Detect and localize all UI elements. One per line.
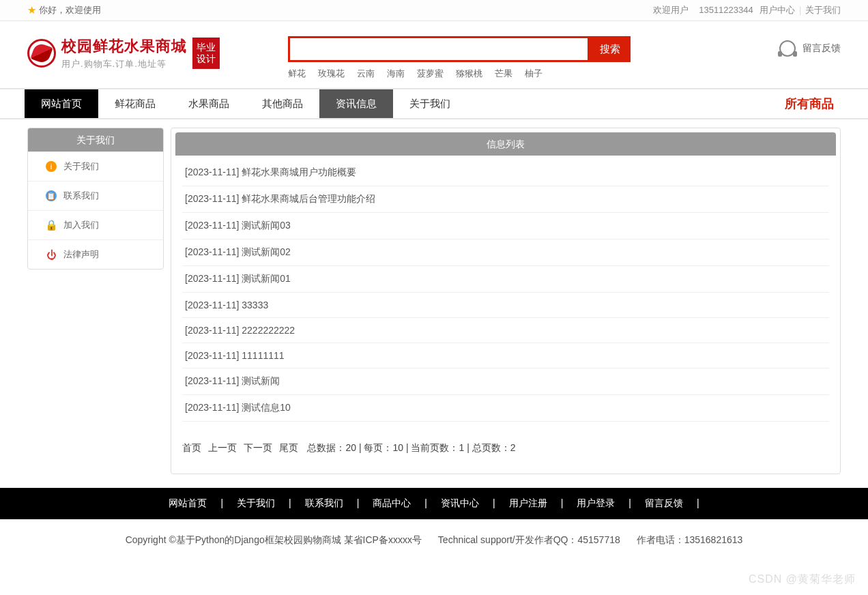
- feedback-block[interactable]: 留言反馈: [779, 36, 841, 57]
- sidebar-item-label: 关于我们: [63, 160, 99, 173]
- main: 关于我们 i 关于我们 📋 联系我们 🔒 加入我们 ⏻ 法律声明 信息列表 [2…: [25, 128, 843, 474]
- search-hint[interactable]: 云南: [357, 68, 375, 80]
- copyright: Copyright ©基于Python的Django框架校园购物商城 某省ICP…: [126, 534, 422, 545]
- footer-link[interactable]: 商品中心: [373, 497, 411, 508]
- search-hint[interactable]: 猕猴桃: [456, 68, 482, 80]
- user-label: 欢迎用户: [649, 5, 693, 15]
- nav-item[interactable]: 鲜花商品: [98, 89, 172, 118]
- clipboard-icon: 📋: [46, 190, 57, 201]
- sidebar-item-contact[interactable]: 📋 联系我们: [28, 181, 163, 210]
- footer-link[interactable]: 关于我们: [237, 497, 275, 508]
- list-item[interactable]: [2023-11-11] 鲜花水果商城用户功能概要: [182, 160, 829, 186]
- star-icon: ★: [27, 0, 36, 20]
- search-input[interactable]: [288, 36, 590, 62]
- power-icon: ⏻: [46, 249, 57, 260]
- list-item[interactable]: [2023-11-11] 测试信息10: [182, 395, 829, 422]
- footer-link[interactable]: 资讯中心: [441, 497, 479, 508]
- user-center-link[interactable]: 用户中心: [760, 5, 795, 15]
- nav-item[interactable]: 资讯信息: [319, 89, 393, 118]
- sidebar-item-about[interactable]: i 关于我们: [28, 151, 163, 181]
- nav-item[interactable]: 其他商品: [246, 89, 319, 118]
- logo-badge: 毕业 设计: [192, 38, 220, 69]
- list-item[interactable]: [2023-11-11] 测试新闻02: [182, 240, 829, 266]
- feedback-label: 留言反馈: [802, 42, 841, 55]
- list-item[interactable]: [2023-11-11] 鲜花水果商城后台管理功能介绍: [182, 186, 829, 213]
- pager-prev[interactable]: 上一页: [208, 442, 237, 453]
- pager-total: 20: [345, 442, 356, 453]
- search-hint[interactable]: 海南: [387, 68, 405, 80]
- list-item[interactable]: [2023-11-11] 测试新闻: [182, 368, 829, 395]
- pagination: 首页 上一页 下一页 尾页 总数据：20 | 每页：10 | 当前页数：1 | …: [171, 422, 840, 460]
- sidebar-item-label: 法律声明: [63, 248, 99, 261]
- nav-item[interactable]: 关于我们: [393, 89, 467, 118]
- all-products-link[interactable]: 所有商品: [785, 96, 843, 112]
- tech-support: Technical support/开发作者QQ：45157718: [438, 534, 620, 545]
- search-hint[interactable]: 菠萝蜜: [417, 68, 444, 80]
- search-hint[interactable]: 玫瑰花: [318, 68, 345, 80]
- separator: |: [798, 5, 802, 15]
- pager-pages: 2: [510, 442, 516, 453]
- search-hint[interactable]: 芒果: [495, 68, 512, 80]
- author-phone: 作者电话：13516821613: [637, 534, 743, 545]
- footer-link[interactable]: 留言反馈: [645, 497, 683, 508]
- sidebar: 关于我们 i 关于我们 📋 联系我们 🔒 加入我们 ⏻ 法律声明: [27, 128, 164, 270]
- nav-item[interactable]: 网站首页: [25, 89, 98, 118]
- footer-link[interactable]: 用户登录: [577, 497, 615, 508]
- header: 校园鲜花水果商城 用户.购物车.订单.地址等 毕业 设计 搜索 鲜花玫瑰花云南海…: [25, 21, 843, 88]
- sidebar-item-join[interactable]: 🔒 加入我们: [28, 210, 163, 240]
- main-nav: 网站首页鲜花商品水果商品其他商品资讯信息关于我们所有商品: [0, 88, 868, 119]
- footer-link[interactable]: 联系我们: [305, 497, 343, 508]
- info-icon: i: [46, 161, 57, 172]
- search-button[interactable]: 搜索: [590, 36, 631, 62]
- list-item[interactable]: [2023-11-11] 11111111: [182, 343, 829, 368]
- search-block: 搜索 鲜花玫瑰花云南海南菠萝蜜猕猴桃芒果柚子: [288, 36, 631, 80]
- site-title: 校园鲜花水果商城: [61, 36, 187, 57]
- footer-link[interactable]: 网站首页: [169, 497, 207, 508]
- footer-nav: 网站首页|关于我们|联系我们|商品中心|资讯中心|用户注册|用户登录|留言反馈|: [0, 488, 868, 519]
- footer-link[interactable]: 用户注册: [509, 497, 547, 508]
- logo-icon: [27, 39, 56, 68]
- nav-item[interactable]: 水果商品: [172, 89, 246, 118]
- sidebar-item-label: 联系我们: [63, 190, 99, 202]
- pager-next[interactable]: 下一页: [244, 442, 272, 453]
- content-panel: 信息列表 [2023-11-11] 鲜花水果商城用户功能概要[2023-11-1…: [171, 128, 841, 474]
- sidebar-title: 关于我们: [28, 128, 163, 151]
- pager-first[interactable]: 首页: [182, 442, 201, 453]
- list-item[interactable]: [2023-11-11] 33333: [182, 293, 829, 318]
- about-link[interactable]: 关于我们: [805, 5, 841, 15]
- news-list: [2023-11-11] 鲜花水果商城用户功能概要[2023-11-11] 鲜花…: [171, 156, 840, 422]
- list-item[interactable]: [2023-11-11] 测试新闻03: [182, 213, 829, 240]
- site-subtitle: 用户.购物车.订单.地址等: [61, 58, 187, 70]
- headset-icon: [779, 40, 796, 57]
- list-item[interactable]: [2023-11-11] 测试新闻01: [182, 266, 829, 293]
- sidebar-item-label: 加入我们: [63, 219, 99, 231]
- footer-info: Copyright ©基于Python的Django框架校园购物商城 某省ICP…: [0, 519, 868, 562]
- content-title: 信息列表: [175, 132, 836, 156]
- user-phone: 13511223344: [695, 5, 757, 15]
- pager-last[interactable]: 尾页: [279, 442, 298, 453]
- search-hint[interactable]: 柚子: [525, 68, 542, 80]
- logo-block[interactable]: 校园鲜花水果商城 用户.购物车.订单.地址等 毕业 设计: [27, 36, 220, 70]
- sidebar-item-legal[interactable]: ⏻ 法律声明: [28, 240, 163, 269]
- search-hint[interactable]: 鲜花: [288, 68, 306, 80]
- search-hints: 鲜花玫瑰花云南海南菠萝蜜猕猴桃芒果柚子: [288, 68, 631, 80]
- lock-icon: 🔒: [46, 220, 57, 231]
- list-item[interactable]: [2023-11-11] 2222222222: [182, 318, 829, 343]
- welcome-text: 你好，欢迎使用: [39, 0, 101, 20]
- topbar: ★ 你好，欢迎使用 欢迎用户 13511223344 用户中心 | 关于我们: [0, 0, 868, 21]
- pager-per: 10: [392, 442, 403, 453]
